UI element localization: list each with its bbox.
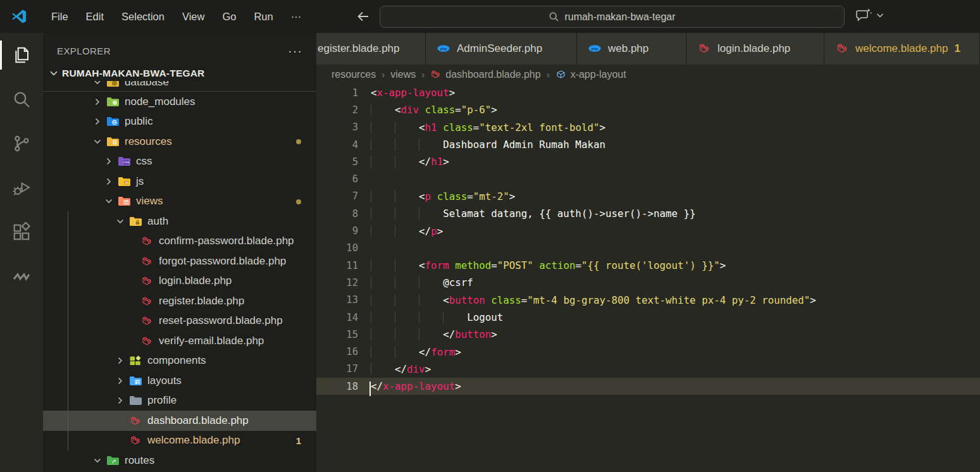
activity-item-source-control[interactable] xyxy=(0,121,43,166)
code-line-5[interactable]: 5 </h1> xyxy=(316,153,980,170)
indent-guide xyxy=(371,363,371,375)
code-line-4[interactable]: 4 Dashboard Admin Rumah Makan xyxy=(316,136,980,153)
breadcrumb: resources›views›dashboard.blade.php›x-ap… xyxy=(316,65,980,84)
tree-item-label: forgot-password.blade.php xyxy=(159,255,286,268)
blade-icon xyxy=(140,335,154,346)
code-line-14[interactable]: 14 Logout xyxy=(316,309,980,326)
editor-group: egister.blade.phpphpAdminSeeder.phpphpwe… xyxy=(316,33,980,472)
indent-guide xyxy=(371,121,371,134)
tree-item-node-modules[interactable]: node_modules xyxy=(43,92,316,112)
tree-item-routes[interactable]: routes xyxy=(43,450,316,471)
folder-layouts-icon xyxy=(129,375,142,386)
code-line-15[interactable]: 15 </button> xyxy=(316,326,980,343)
code-line-9[interactable]: 9 </p> xyxy=(316,222,980,239)
breadcrumb-separator: › xyxy=(547,69,550,80)
command-center-search[interactable]: rumah-makan-bwa-tegar xyxy=(380,6,845,28)
menu-item-go[interactable]: Go xyxy=(213,7,245,27)
menu-item-moremoremore[interactable]: ··· xyxy=(282,7,310,27)
activity-item-explorer[interactable] xyxy=(0,33,43,77)
line-number: 7 xyxy=(316,190,358,202)
tree-item-public[interactable]: public xyxy=(43,112,316,132)
tree-item-auth[interactable]: auth xyxy=(43,211,316,232)
tab-welcome-blade-php[interactable]: welcome.blade.php1 xyxy=(824,33,980,65)
tree-item-views[interactable]: <>views xyxy=(43,192,316,212)
code-line-11[interactable]: 11 <form method="POST" action="{{ route(… xyxy=(316,257,980,274)
menu-item-file[interactable]: File xyxy=(42,7,77,27)
activity-item-extensions[interactable] xyxy=(0,210,43,254)
code-line-16[interactable]: 16 </form> xyxy=(316,343,980,360)
project-root-row[interactable]: RUMAH-MAKAN-BWA-TEGAR xyxy=(43,66,316,81)
code-line-18[interactable]: 18</x-app-layout> xyxy=(316,378,980,395)
activity-item-wave-extension[interactable] xyxy=(0,254,43,299)
menu-item-run[interactable]: Run xyxy=(245,7,282,27)
code-line-text: </div> xyxy=(371,363,431,375)
tree-item-dashboard-blade-php[interactable]: dashboard.blade.php xyxy=(43,411,316,431)
tree-item-resources[interactable]: resources xyxy=(43,132,316,152)
explorer-more-actions[interactable]: ··· xyxy=(288,47,302,54)
activity-item-search[interactable] xyxy=(0,77,43,121)
indent-guide xyxy=(371,139,371,151)
blade-icon xyxy=(698,43,712,54)
tree-item-reset-password-blade-php[interactable]: reset-password.blade.php xyxy=(43,311,316,332)
run-debug-icon xyxy=(11,178,32,198)
tree-item-welcome-blade-php[interactable]: welcome.blade.php1 xyxy=(43,431,316,451)
tree-item-confirm-password-blade-php[interactable]: confirm-password.blade.php xyxy=(43,232,316,252)
tree-item-css[interactable]: CSScss xyxy=(43,152,316,172)
code-line-17[interactable]: 17 </div> xyxy=(316,361,980,378)
tree-item-database[interactable]: database xyxy=(43,81,316,92)
tree-clipped-row[interactable]: database xyxy=(43,81,316,92)
tree-item-profile[interactable]: profile xyxy=(43,391,316,411)
tree-item-js[interactable]: JSjs xyxy=(43,171,316,192)
code-line-13[interactable]: 13 <button class="mt-4 bg-gray-800 text-… xyxy=(316,292,980,309)
code-line-3[interactable]: 3 <h1 class="text-2xl font-bold"> xyxy=(316,119,980,136)
code-editor[interactable]: 1<x-app-layout>2 <div class="p-6">3 <h1 … xyxy=(316,84,980,395)
code-line-text: </form> xyxy=(371,346,461,358)
indent-guide xyxy=(395,156,395,168)
tree-item-forgot-password-blade-php[interactable]: forgot-password.blade.php xyxy=(43,251,316,271)
tree-item-register-blade-php[interactable]: register.blade.php xyxy=(43,291,316,311)
code-line-2[interactable]: 2 <div class="p-6"> xyxy=(316,101,980,118)
menu-item-selection[interactable]: Selection xyxy=(113,7,173,27)
tree-item-layouts[interactable]: layouts xyxy=(43,371,316,391)
code-line-1[interactable]: 1<x-app-layout> xyxy=(316,84,980,101)
tab-egister-blade-php[interactable]: egister.blade.php xyxy=(316,33,426,65)
code-line-12[interactable]: 12 @csrf xyxy=(316,274,980,291)
breadcrumb-item-resources[interactable]: resources xyxy=(332,69,376,80)
breadcrumb-item-dashboard-blade-php[interactable]: dashboard.blade.php xyxy=(430,69,540,80)
tree-item-login-blade-php[interactable]: login.blade.php xyxy=(43,271,316,292)
menu-item-view[interactable]: View xyxy=(173,7,213,27)
back-arrow-icon[interactable] xyxy=(356,9,371,24)
tab-label: welcome.blade.php xyxy=(855,42,948,55)
tree-item-components[interactable]: components xyxy=(43,351,316,371)
code-line-8[interactable]: 8 Selamat datang, {{ auth()->user()->nam… xyxy=(316,205,980,222)
folder-routes-icon xyxy=(106,455,120,466)
indent-guide xyxy=(371,311,371,323)
copilot-chat-icon[interactable] xyxy=(855,8,872,23)
tree-item-label: welcome.blade.php xyxy=(147,434,240,447)
tab-login-blade-php[interactable]: login.blade.php xyxy=(686,33,824,65)
folder-js-icon: JS xyxy=(118,176,131,187)
explorer-header: EXPLORER ··· xyxy=(43,38,316,63)
breadcrumb-item-x-app-layout[interactable]: x-app-layout xyxy=(555,69,626,80)
svg-text:php: php xyxy=(440,47,447,51)
activity-item-run-debug[interactable] xyxy=(0,166,43,210)
tree-item-verify-email-blade-php[interactable]: verify-email.blade.php xyxy=(43,331,316,351)
search-icon xyxy=(549,11,559,22)
indent-guide xyxy=(419,139,419,151)
tree-item-label: dashboard.blade.php xyxy=(147,414,249,427)
indent-guide xyxy=(419,208,419,220)
line-number: 1 xyxy=(316,87,358,99)
indent-guide xyxy=(419,294,419,306)
folder-node-icon xyxy=(106,96,120,107)
tab-web-php[interactable]: phpweb.php xyxy=(577,33,686,65)
code-line-10[interactable]: 10 xyxy=(316,240,980,257)
tab-adminseeder-php[interactable]: phpAdminSeeder.php xyxy=(426,33,577,65)
breadcrumb-item-views[interactable]: views xyxy=(390,69,416,80)
code-line-6[interactable]: 6 xyxy=(316,170,980,187)
indent-guide xyxy=(371,225,371,237)
menu-item-edit[interactable]: Edit xyxy=(77,7,113,27)
code-line-text: Selamat datang, {{ auth()->user()->name … xyxy=(371,208,696,220)
indent-guide xyxy=(395,121,395,134)
code-line-7[interactable]: 7 <p class="mt-2"> xyxy=(316,188,980,205)
chevron-down-icon[interactable] xyxy=(875,10,885,20)
